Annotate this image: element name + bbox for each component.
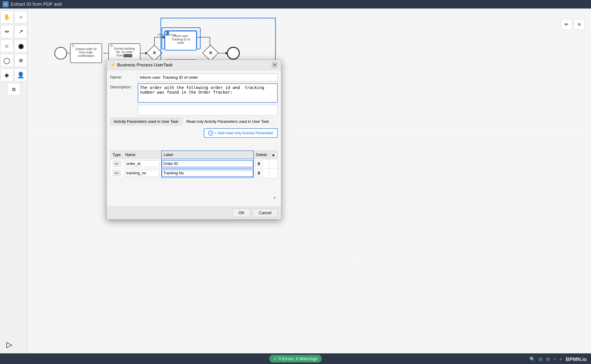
settings-icon[interactable]: ⚙	[546, 357, 550, 362]
description-input[interactable]	[138, 84, 278, 103]
extra-textarea[interactable]	[138, 105, 278, 115]
diamond-tool[interactable]: ◈	[0, 69, 13, 81]
type-icon-abc-2: abc	[113, 170, 121, 176]
row2-delete-button[interactable]: 🗑	[255, 170, 263, 176]
svg-text:order: order	[177, 41, 184, 45]
ok-button[interactable]: OK	[232, 209, 250, 217]
col-type: Type	[110, 151, 123, 159]
left-toolbar: ✋ ⊹ ⇔ ↗ ○ ◉ ◯ ⊚ ◈ 👤 ⧉ ▷	[0, 8, 28, 353]
svg-text:Order ID found: Order ID found	[158, 33, 176, 36]
connect-tool[interactable]: ⇔	[0, 25, 13, 38]
table-row: abc 🗑	[110, 168, 278, 178]
add-param-label: + Add read only Activity Parameter	[214, 131, 273, 135]
params-table: Type Name Label Delete ▲ abc	[110, 150, 278, 178]
arrow-tool[interactable]: ↗	[14, 25, 27, 38]
modal-header: ⚡ Business Process UserTask ×	[107, 60, 281, 70]
row1-empty	[269, 159, 278, 168]
row2-delete-cell: 🗑	[253, 168, 269, 178]
row2-label-input[interactable]	[162, 170, 253, 177]
svg-text:from ▓▓▓▓: from ▓▓▓▓	[117, 54, 133, 58]
svg-text:confirmation: confirmation	[78, 54, 94, 58]
zoom-out-icon[interactable]: −	[553, 357, 556, 362]
titlebar-title: Extract ID from PDF and	[11, 1, 62, 7]
row1-label-input[interactable]	[162, 160, 253, 167]
modal-icon: ⚡	[110, 62, 115, 67]
description-row: Description:	[110, 84, 278, 103]
svg-text:from order: from order	[79, 51, 93, 54]
titlebar-icon: ⚡	[3, 1, 8, 7]
modal-tabs: Activity Parameters used in User Task Re…	[110, 117, 278, 126]
scroll-down-indicator[interactable]: ▾	[110, 195, 278, 201]
row1-name-cell	[123, 159, 161, 168]
svg-point-7	[55, 47, 67, 59]
status-bar: ✓ 0 Errors, 0 Warnings 🔍 ⊟ ⚙ − + BPMN.io	[0, 353, 591, 364]
svg-text:⚙: ⚙	[110, 44, 113, 48]
row2-type: abc	[110, 168, 123, 178]
row2-name-cell	[123, 168, 161, 178]
add-param-button[interactable]: + + Add read only Activity Parameter	[204, 128, 278, 138]
group-tool[interactable]: ⧉	[7, 83, 20, 96]
zoom-in-icon[interactable]: +	[559, 357, 562, 362]
row2-label-cell	[161, 168, 254, 178]
row1-delete-cell: 🗑	[253, 159, 269, 168]
tab-readonly-params[interactable]: Read only Activity Parameters used in Us…	[183, 117, 273, 126]
name-row: Name:	[110, 74, 278, 81]
svg-text:⚙: ⚙	[71, 44, 75, 48]
layout-icon[interactable]: ⊟	[538, 357, 542, 362]
bottom-right-controls: 🔍 ⊟ ⚙ − + BPMN.io	[529, 356, 587, 362]
add-param-icon: +	[208, 130, 213, 136]
row2-name-input[interactable]	[125, 170, 159, 176]
name-label: Name:	[110, 74, 138, 80]
row1-name-input[interactable]	[125, 161, 159, 167]
circle-empty-tool[interactable]: ○	[0, 39, 13, 52]
svg-text:Tracking ID of: Tracking ID of	[172, 38, 190, 41]
modal-body: Name: Description: Activity Parameters u…	[107, 70, 281, 206]
menu-button[interactable]: ≡	[574, 19, 584, 30]
tab-activity-params[interactable]: Activity Parameters used in User Task	[110, 117, 182, 126]
play-button[interactable]: ▷	[7, 340, 12, 349]
top-right-buttons: ✏ ≡	[561, 19, 584, 30]
search-icon[interactable]: 🔍	[529, 357, 535, 362]
col-scroll: ▲	[269, 151, 278, 159]
modal-footer: OK Cancel	[107, 206, 281, 219]
status-text: ✓ 0 Errors, 0 Warnings	[273, 356, 317, 361]
type-icon-abc: abc	[113, 161, 121, 167]
row1-type: abc	[110, 159, 123, 168]
col-name: Name	[123, 151, 161, 159]
col-delete: Delete	[253, 151, 269, 159]
description-label: Description:	[110, 84, 138, 89]
extra-text-row	[110, 105, 278, 115]
svg-text:✕: ✕	[209, 50, 212, 56]
row1-label-cell	[161, 159, 254, 168]
bpmn-canvas: Extract order ID from order confirmation…	[28, 8, 591, 353]
circle-thick-tool[interactable]: ◉	[14, 39, 27, 52]
modal-dialog: ⚡ Business Process UserTask × Name: Desc…	[106, 60, 281, 220]
status-badge: ✓ 0 Errors, 0 Warnings	[269, 355, 321, 363]
pencil-button[interactable]: ✏	[561, 19, 572, 30]
svg-text:✕: ✕	[152, 50, 156, 56]
ring-tool[interactable]: ◯	[0, 54, 13, 67]
titlebar: ⚡ Extract ID from PDF and	[0, 0, 591, 8]
ring-double-tool[interactable]: ⊚	[14, 54, 27, 67]
svg-text:No. for order: No. for order	[116, 50, 133, 54]
row2-empty	[269, 168, 278, 178]
table-row: abc 🗑	[110, 159, 278, 168]
bpmn-logo: BPMN.io	[566, 356, 587, 362]
cancel-button[interactable]: Cancel	[253, 209, 278, 217]
svg-text:Extract order ID: Extract order ID	[76, 47, 97, 51]
modal-title-text: Business Process UserTask	[117, 62, 173, 67]
hand-tool[interactable]: ✋	[0, 11, 13, 23]
modal-close-button[interactable]: ×	[272, 62, 278, 68]
person-tool[interactable]: 👤	[14, 69, 27, 81]
modal-title: ⚡ Business Process UserTask	[110, 62, 173, 67]
select-tool[interactable]: ⊹	[14, 11, 27, 23]
row1-delete-button[interactable]: 🗑	[255, 161, 263, 167]
table-area: + + Add read only Activity Parameter Typ…	[110, 128, 278, 203]
name-input[interactable]	[138, 74, 278, 81]
svg-text:Extract tracking: Extract tracking	[114, 47, 135, 50]
col-label: Label	[161, 151, 254, 159]
svg-point-31	[227, 47, 239, 59]
